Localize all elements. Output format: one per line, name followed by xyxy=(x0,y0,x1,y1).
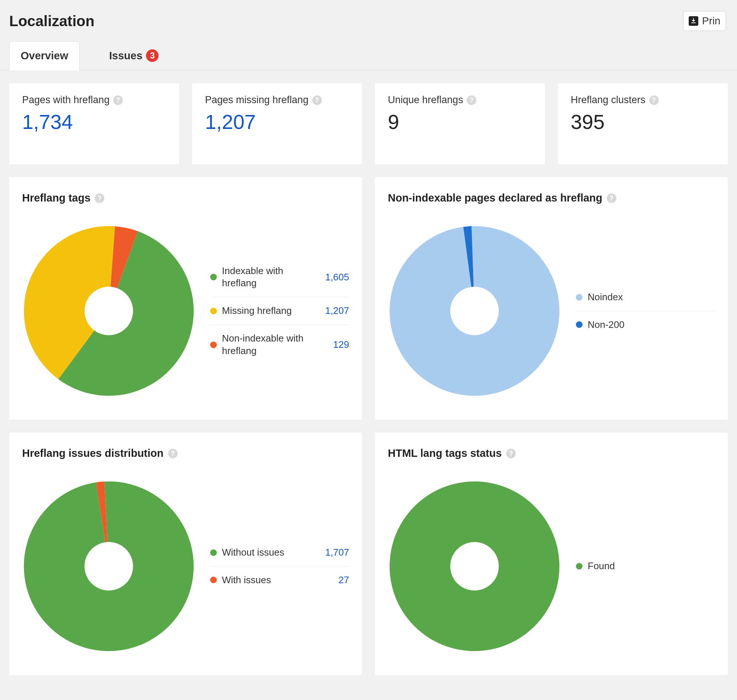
print-button[interactable]: Prin xyxy=(683,11,726,31)
panel-title-text: HTML lang tags status xyxy=(388,447,502,459)
stat-card-unique-hreflangs: Unique hreflangs ? 9 xyxy=(375,83,545,164)
donut-chart-lang-tags xyxy=(388,480,561,653)
help-icon[interactable]: ? xyxy=(168,449,178,458)
panel-hreflang-issues-distribution: Hreflang issues distribution ? Without i… xyxy=(9,432,362,675)
tab-overview[interactable]: Overview xyxy=(9,41,80,71)
legend: Without issues 1,707 With issues 27 xyxy=(210,539,349,594)
legend-swatch xyxy=(210,341,217,348)
tab-issues-label: Issues xyxy=(109,50,142,62)
stat-label: Pages missing hreflang ? xyxy=(205,94,349,106)
help-icon[interactable]: ? xyxy=(467,96,476,105)
legend-value: 1,605 xyxy=(316,272,349,283)
stat-value: 395 xyxy=(571,110,715,134)
panel-title-text: Non-indexable pages declared as hreflang xyxy=(388,192,603,204)
legend-row[interactable]: Missing hreflang 1,207 xyxy=(210,297,349,325)
stat-label-text: Pages with hreflang xyxy=(22,94,109,106)
help-icon[interactable]: ? xyxy=(649,96,659,105)
legend-value: 27 xyxy=(316,574,349,586)
stat-value[interactable]: 1,207 xyxy=(205,110,349,134)
stat-label: Hreflang clusters ? xyxy=(571,94,715,106)
legend-swatch xyxy=(576,563,582,569)
page-title: Localization xyxy=(9,13,94,29)
panel-html-lang-tags-status: HTML lang tags status ? Found xyxy=(375,432,728,675)
svg-point-2 xyxy=(84,542,133,591)
print-button-label: Prin xyxy=(702,15,721,27)
charts-grid: Hreflang tags ? Indexable with hreflang … xyxy=(0,164,737,675)
help-icon[interactable]: ? xyxy=(113,96,123,105)
legend-swatch xyxy=(210,274,217,280)
help-icon[interactable]: ? xyxy=(607,193,616,203)
legend-row[interactable]: Non-200 xyxy=(576,311,715,338)
legend-label: Non-200 xyxy=(588,319,677,331)
donut-chart-issues-distribution xyxy=(22,480,195,653)
panel-title: Non-indexable pages declared as hreflang… xyxy=(388,192,715,204)
stat-card-hreflang-clusters: Hreflang clusters ? 395 xyxy=(558,83,728,164)
stat-label: Pages with hreflang ? xyxy=(22,94,166,106)
legend-row[interactable]: With issues 27 xyxy=(210,567,349,594)
legend: Noindex Non-200 xyxy=(576,284,715,338)
legend-label: Missing hreflang xyxy=(222,305,311,317)
panel-title: Hreflang tags ? xyxy=(22,192,349,204)
legend-label: Noindex xyxy=(588,291,677,304)
legend-value: 1,707 xyxy=(316,547,349,558)
legend-row[interactable]: Non-indexable with hreflang 129 xyxy=(210,325,349,365)
legend-row[interactable]: Indexable with hreflang 1,605 xyxy=(210,257,349,298)
legend-value: 129 xyxy=(316,339,349,350)
legend: Found xyxy=(576,553,715,580)
stat-label-text: Hreflang clusters xyxy=(571,94,646,106)
stats-row: Pages with hreflang ? 1,734 Pages missin… xyxy=(0,71,737,164)
legend-swatch xyxy=(576,294,582,301)
legend-swatch xyxy=(576,321,582,328)
stat-card-pages-with-hreflang[interactable]: Pages with hreflang ? 1,734 xyxy=(9,83,179,164)
stat-label-text: Unique hreflangs xyxy=(388,94,463,106)
legend-label: Indexable with hreflang xyxy=(222,265,311,290)
legend-row[interactable]: Found xyxy=(576,553,715,580)
help-icon[interactable]: ? xyxy=(506,449,516,458)
stat-label-text: Pages missing hreflang xyxy=(205,94,309,106)
download-icon xyxy=(689,16,698,26)
panel-title: Hreflang issues distribution ? xyxy=(22,447,349,459)
legend-row[interactable]: Without issues 1,707 xyxy=(210,539,349,567)
panel-hreflang-tags: Hreflang tags ? Indexable with hreflang … xyxy=(9,177,362,420)
svg-point-0 xyxy=(84,287,133,335)
legend-value: 1,207 xyxy=(316,305,349,316)
legend-swatch xyxy=(210,549,217,556)
stat-label: Unique hreflangs ? xyxy=(388,94,532,106)
panel-nonindexable-hreflang: Non-indexable pages declared as hreflang… xyxy=(375,177,728,420)
stat-value: 9 xyxy=(388,110,532,134)
help-icon[interactable]: ? xyxy=(312,96,322,105)
panel-title: HTML lang tags status ? xyxy=(388,447,715,459)
tabs: Overview Issues 3 xyxy=(0,35,737,71)
help-icon[interactable]: ? xyxy=(95,193,104,203)
svg-point-1 xyxy=(450,287,499,335)
legend-swatch xyxy=(210,576,217,583)
tab-overview-label: Overview xyxy=(21,50,68,62)
donut-chart-nonindexable xyxy=(388,224,561,397)
legend-swatch xyxy=(210,307,217,314)
svg-point-4 xyxy=(450,542,499,591)
legend-row[interactable]: Noindex xyxy=(576,284,715,311)
panel-title-text: Hreflang tags xyxy=(22,192,90,204)
donut-chart-hreflang-tags xyxy=(22,224,195,397)
issues-count-badge: 3 xyxy=(146,49,159,62)
panel-title-text: Hreflang issues distribution xyxy=(22,447,164,459)
legend-label: Found xyxy=(588,560,677,572)
stat-value[interactable]: 1,734 xyxy=(22,110,166,134)
legend: Indexable with hreflang 1,605 Missing hr… xyxy=(210,257,349,365)
legend-label: Without issues xyxy=(222,546,311,559)
legend-label: Non-indexable with hreflang xyxy=(222,332,311,357)
tab-issues[interactable]: Issues 3 xyxy=(98,41,170,70)
legend-label: With issues xyxy=(222,574,311,587)
stat-card-pages-missing-hreflang[interactable]: Pages missing hreflang ? 1,207 xyxy=(192,83,362,164)
